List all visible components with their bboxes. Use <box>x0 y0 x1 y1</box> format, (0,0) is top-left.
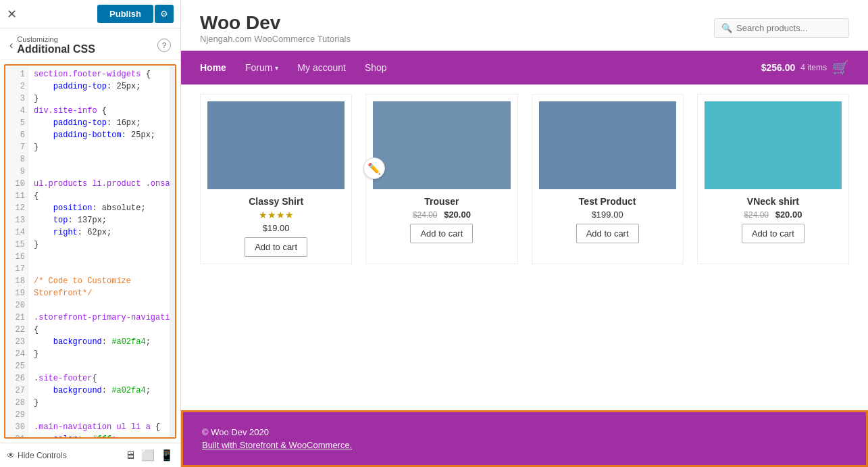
product-name: Trouser <box>373 196 510 207</box>
nav-shop[interactable]: Shop <box>365 62 387 73</box>
hide-controls-button[interactable]: 👁 Hide Controls <box>7 451 67 460</box>
device-icons: 🖥 ⬜ 📱 <box>125 449 174 462</box>
price-new: $20.00 <box>775 210 802 220</box>
search-box[interactable]: 🔍 <box>714 18 849 38</box>
product-image <box>373 101 510 189</box>
content-area: Classy Shirt ★★★★ $19.00 Add to cart Tro… <box>181 84 868 410</box>
customizer-info: Customizing Additional CSS <box>17 35 95 55</box>
nav-forum[interactable]: Forum ▾ <box>245 62 278 73</box>
top-bar: ✕ Publish ⚙ <box>0 0 180 28</box>
desktop-icon[interactable]: 🖥 <box>125 449 136 462</box>
search-input[interactable] <box>736 23 844 33</box>
cart-icon: 🛒 <box>832 59 849 76</box>
mobile-icon[interactable]: 📱 <box>160 449 174 462</box>
css-editor[interactable]: 1234567891011121314151617181920212223242… <box>4 64 176 439</box>
product-name: VNeck shirt <box>705 196 842 207</box>
site-header: Woo Dev Njengah.com WooCommerce Tutorial… <box>181 0 868 51</box>
cart-amount: $256.00 <box>761 62 796 73</box>
product-price: $199.00 <box>539 210 676 220</box>
footer-link[interactable]: Built with Storefront & WooCommerce. <box>202 440 847 450</box>
product-name: Classy Shirt <box>207 196 344 207</box>
nav-links: Home Forum ▾ My account Shop <box>200 62 387 73</box>
bottom-bar: 👁 Hide Controls 🖥 ⬜ 📱 <box>0 443 180 467</box>
product-image <box>539 101 676 189</box>
price-current: $19.00 <box>263 223 290 233</box>
eye-icon: 👁 <box>7 451 15 460</box>
product-card: VNeck shirt $24.00 $20.00 Add to cart <box>697 94 849 264</box>
product-price: $24.00 $20.00 <box>705 210 842 220</box>
customizer-header: ‹ Customizing Additional CSS ? <box>0 28 180 60</box>
price-old: $24.00 <box>413 210 438 220</box>
css-code-content[interactable]: section.footer-widgets { padding-top: 25… <box>5 66 175 437</box>
site-branding: Woo Dev Njengah.com WooCommerce Tutorial… <box>200 12 351 44</box>
add-to-cart-button[interactable]: Add to cart <box>245 237 307 257</box>
customizer-panel: ✕ Publish ⚙ ‹ Customizing Additional CSS… <box>0 0 181 467</box>
product-image <box>207 101 344 189</box>
site-subtitle: Njengah.com WooCommerce Tutorials <box>200 34 351 44</box>
search-icon: 🔍 <box>721 23 732 33</box>
tablet-icon[interactable]: ⬜ <box>141 449 155 462</box>
product-image <box>705 101 842 189</box>
nav-home[interactable]: Home <box>200 62 226 73</box>
site-title: Woo Dev <box>200 12 351 34</box>
cart-items: 4 items <box>800 63 827 72</box>
nav-my-account[interactable]: My account <box>297 62 346 73</box>
scrollbar[interactable] <box>170 66 175 437</box>
product-card: Test Product $199.00 Add to cart <box>532 94 684 264</box>
product-card: Classy Shirt ★★★★ $19.00 Add to cart <box>200 94 352 264</box>
product-price: $24.00 $20.00 <box>373 210 510 220</box>
price-old: $24.00 <box>744 210 769 220</box>
publish-button[interactable]: Publish <box>97 5 153 23</box>
products-grid: Classy Shirt ★★★★ $19.00 Add to cart Tro… <box>200 91 849 264</box>
product-name: Test Product <box>539 196 676 207</box>
product-stars: ★★★★ <box>207 210 344 220</box>
add-to-cart-button[interactable]: Add to cart <box>742 224 805 243</box>
site-footer: © Woo Dev 2020 Built with Storefront & W… <box>181 410 868 467</box>
pencil-edit-button[interactable]: ✏️ <box>363 157 385 179</box>
hide-controls-label: Hide Controls <box>18 451 67 460</box>
preview-panel: Woo Dev Njengah.com WooCommerce Tutorial… <box>181 0 868 467</box>
nav-bar: Home Forum ▾ My account Shop $256.00 4 i… <box>181 51 868 84</box>
price-new: $20.00 <box>444 210 471 220</box>
gear-button[interactable]: ⚙ <box>155 5 174 23</box>
close-button[interactable]: ✕ <box>7 7 17 22</box>
back-button[interactable]: ‹ <box>9 39 13 51</box>
footer-copyright: © Woo Dev 2020 <box>202 427 847 437</box>
customizing-label: Customizing <box>17 35 95 43</box>
product-card: Trouser $24.00 $20.00 Add to cart <box>365 94 517 264</box>
section-title: Additional CSS <box>17 43 95 55</box>
chevron-down-icon: ▾ <box>275 64 278 72</box>
add-to-cart-button[interactable]: Add to cart <box>576 224 639 243</box>
publish-area: Publish ⚙ <box>97 5 174 23</box>
price-current: $199.00 <box>592 210 623 220</box>
help-button[interactable]: ? <box>157 39 171 52</box>
product-price: $19.00 <box>207 223 344 233</box>
nav-cart[interactable]: $256.00 4 items 🛒 <box>761 59 849 76</box>
add-to-cart-button[interactable]: Add to cart <box>410 224 473 243</box>
